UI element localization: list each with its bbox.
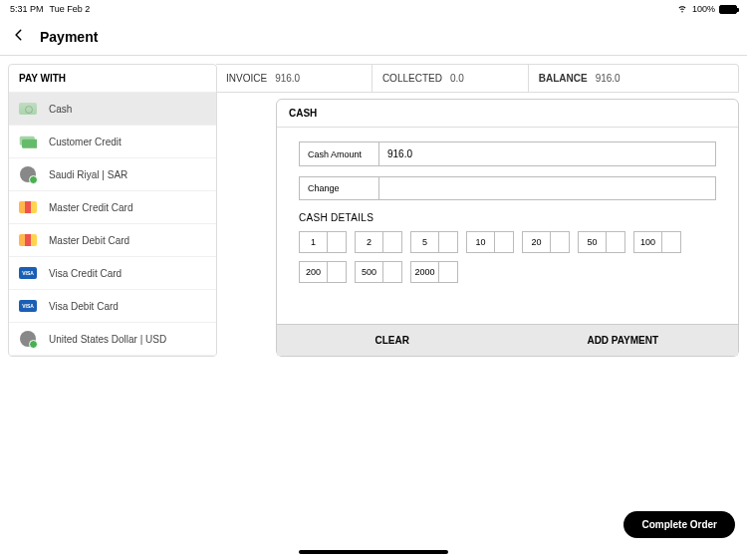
cash-panel-title: CASH <box>277 100 738 128</box>
denomination-2000[interactable]: 2000 <box>410 261 458 283</box>
change-value <box>379 177 715 199</box>
summary-balance: BALANCE 916.0 <box>529 65 738 92</box>
battery-icon <box>719 5 737 14</box>
wifi-icon <box>676 2 688 16</box>
change-label: Change <box>300 177 379 199</box>
page-title: Payment <box>40 29 98 45</box>
denomination-value: 2000 <box>411 262 439 282</box>
cash-icon <box>19 103 37 115</box>
balance-label: BALANCE <box>539 73 588 84</box>
denomination-value: 1 <box>300 232 328 252</box>
pay-item-label: United States Dollar | USD <box>49 334 166 345</box>
pay-item-united-states-dollar-usd[interactable]: United States Dollar | USD <box>9 323 216 356</box>
mastercard-icon <box>19 234 37 246</box>
denomination-100[interactable]: 100 <box>633 231 681 253</box>
denomination-value: 10 <box>467 232 495 252</box>
denomination-value: 500 <box>356 262 383 282</box>
pay-item-label: Cash <box>49 104 72 115</box>
currency-icon <box>20 166 36 182</box>
cash-panel: CASH Cash Amount 916.0 Change CASH DETAI… <box>276 99 739 357</box>
pay-item-cash[interactable]: Cash <box>9 93 216 126</box>
denomination-count-input[interactable] <box>662 232 680 252</box>
denomination-50[interactable]: 50 <box>578 231 625 253</box>
summary-bar: INVOICE 916.0 COLLECTED 0.0 BALANCE 916.… <box>216 64 739 93</box>
cash-amount-row: Cash Amount 916.0 <box>299 141 716 166</box>
denomination-5[interactable]: 5 <box>410 231 458 253</box>
pay-item-label: Saudi Riyal | SAR <box>49 169 127 180</box>
change-row: Change <box>299 176 716 200</box>
status-bar: 5:31 PM Tue Feb 2 100% <box>0 0 747 18</box>
denomination-value: 5 <box>411 232 439 252</box>
customer-credit-icon <box>19 135 37 148</box>
pay-item-label: Visa Credit Card <box>49 268 122 279</box>
balance-value: 916.0 <box>596 73 621 84</box>
denomination-count-input[interactable] <box>551 232 569 252</box>
back-icon[interactable] <box>12 26 26 47</box>
denomination-2[interactable]: 2 <box>355 231 402 253</box>
denomination-200[interactable]: 200 <box>299 261 347 283</box>
cash-amount-label: Cash Amount <box>300 142 379 165</box>
add-payment-button[interactable]: ADD PAYMENT <box>508 325 739 356</box>
currency-icon <box>20 331 36 347</box>
denomination-500[interactable]: 500 <box>355 261 402 283</box>
denomination-20[interactable]: 20 <box>522 231 570 253</box>
svg-rect-1 <box>22 140 37 148</box>
denomination-value: 200 <box>300 262 328 282</box>
invoice-label: INVOICE <box>226 73 267 84</box>
denomination-1[interactable]: 1 <box>299 231 347 253</box>
complete-order-button[interactable]: Complete Order <box>623 511 735 538</box>
denomination-grid: 1251020501002005002000 <box>299 231 716 283</box>
pay-item-master-credit-card[interactable]: Master Credit Card <box>9 191 216 224</box>
battery-percent: 100% <box>692 4 715 14</box>
denomination-count-input[interactable] <box>607 232 624 252</box>
visa-icon: VISA <box>19 300 37 312</box>
denomination-count-input[interactable] <box>328 232 346 252</box>
clear-button[interactable]: CLEAR <box>277 325 508 356</box>
denomination-value: 50 <box>579 232 607 252</box>
pay-item-visa-debit-card[interactable]: VISAVisa Debit Card <box>9 290 216 323</box>
denomination-10[interactable]: 10 <box>466 231 514 253</box>
pay-item-label: Visa Debit Card <box>49 301 119 312</box>
pay-item-visa-credit-card[interactable]: VISAVisa Credit Card <box>9 257 216 290</box>
collected-value: 0.0 <box>450 73 464 84</box>
pay-item-master-debit-card[interactable]: Master Debit Card <box>9 224 216 257</box>
pay-item-customer-credit[interactable]: Customer Credit <box>9 126 216 158</box>
cash-details-label: CASH DETAILS <box>299 212 716 223</box>
denomination-count-input[interactable] <box>439 232 457 252</box>
status-date: Tue Feb 2 <box>50 4 91 14</box>
denomination-count-input[interactable] <box>439 262 457 282</box>
status-time: 5:31 PM <box>10 4 44 14</box>
pay-item-label: Customer Credit <box>49 137 122 147</box>
denomination-value: 20 <box>523 232 551 252</box>
pay-with-panel: PAY WITH CashCustomer CreditSaudi Riyal … <box>8 64 217 357</box>
pay-with-header: PAY WITH <box>9 65 216 93</box>
denomination-count-input[interactable] <box>383 262 401 282</box>
mastercard-icon <box>19 201 37 213</box>
denomination-count-input[interactable] <box>383 232 401 252</box>
denomination-value: 2 <box>356 232 383 252</box>
home-indicator <box>299 550 448 554</box>
summary-collected: COLLECTED 0.0 <box>373 65 529 92</box>
cash-amount-input[interactable]: 916.0 <box>379 142 715 165</box>
invoice-value: 916.0 <box>275 73 300 84</box>
pay-item-label: Master Debit Card <box>49 235 129 246</box>
visa-icon: VISA <box>19 267 37 279</box>
collected-label: COLLECTED <box>382 73 442 84</box>
denomination-count-input[interactable] <box>495 232 513 252</box>
summary-invoice: INVOICE 916.0 <box>216 65 373 92</box>
denomination-value: 100 <box>634 232 662 252</box>
pay-item-label: Master Credit Card <box>49 202 132 213</box>
header: Payment <box>0 18 747 56</box>
denomination-count-input[interactable] <box>328 262 346 282</box>
pay-item-saudi-riyal-sar[interactable]: Saudi Riyal | SAR <box>9 158 216 191</box>
